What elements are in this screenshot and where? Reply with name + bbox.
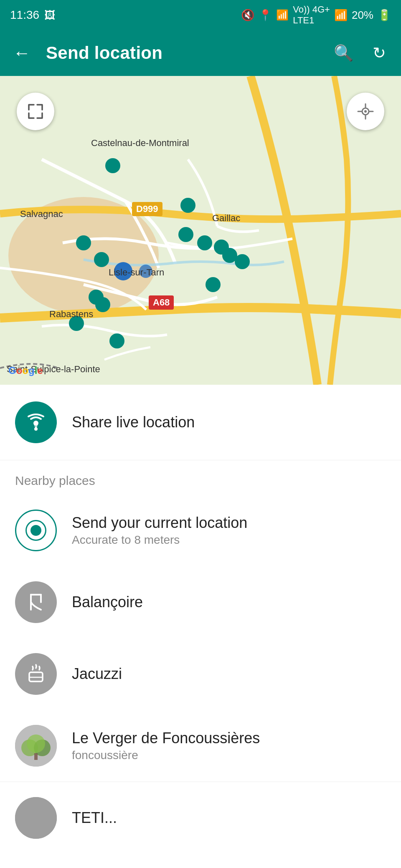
svg-point-34 <box>27 734 45 753</box>
wifi-icon: 📶 <box>276 9 289 21</box>
place-gaillac: Gaillac <box>212 213 240 224</box>
le-verger-item[interactable]: Le Verger de Foncoussières foncoussière <box>0 710 401 782</box>
balancoire-icon <box>15 581 57 623</box>
fullscreen-button[interactable] <box>17 93 54 130</box>
svg-point-10 <box>235 254 250 269</box>
current-location-icon <box>15 510 57 551</box>
teti-text: TETI... <box>72 809 117 827</box>
teti-icon <box>15 797 57 839</box>
jacuzzi-text: Jacuzzi <box>72 665 122 683</box>
google-logo: Google <box>8 365 43 376</box>
svg-rect-35 <box>34 753 38 760</box>
map-container[interactable]: Castelnau-de-Montmiral Salvagnac Gaillac… <box>0 76 401 385</box>
teti-title: TETI... <box>72 809 117 827</box>
le-verger-icon <box>15 725 57 767</box>
time: 11:36 <box>10 8 39 22</box>
location-status-icon: 📍 <box>259 9 272 22</box>
current-location-item[interactable]: Send your current location Accurate to 8… <box>0 495 401 566</box>
le-verger-text: Le Verger de Foncoussières foncoussière <box>72 729 260 762</box>
road-badge-d999: D999 <box>132 202 162 216</box>
le-verger-subtitle: foncoussière <box>72 749 260 762</box>
map-svg <box>0 76 401 385</box>
nearby-section-label: Nearby places <box>0 460 401 495</box>
network-text: Vo)) 4G+LTE1 <box>293 4 330 26</box>
refresh-button[interactable]: ↻ <box>368 41 391 65</box>
svg-point-14 <box>109 333 124 348</box>
jacuzzi-icon <box>15 653 57 695</box>
mute-icon: 🔇 <box>241 9 254 22</box>
back-button[interactable]: ← <box>10 41 33 65</box>
share-live-label: Share live location <box>72 414 195 431</box>
svg-point-2 <box>105 158 120 173</box>
le-verger-title: Le Verger de Foncoussières <box>72 729 260 747</box>
share-live-location-item[interactable]: Share live location <box>0 385 401 460</box>
share-live-icon <box>15 401 57 443</box>
jacuzzi-title: Jacuzzi <box>72 665 122 683</box>
svg-point-6 <box>178 227 193 242</box>
search-button[interactable]: 🔍 <box>332 41 355 65</box>
current-location-text: Send your current location Accurate to 8… <box>72 514 247 547</box>
status-bar: 11:36 🖼 🔇 📍 📶 Vo)) 4G+LTE1 📶 20% 🔋 <box>0 0 401 30</box>
svg-point-15 <box>206 277 221 292</box>
svg-point-12 <box>95 297 110 312</box>
jacuzzi-item[interactable]: Jacuzzi <box>0 638 401 710</box>
svg-point-7 <box>197 235 212 250</box>
place-salvagnac: Salvagnac <box>20 209 63 220</box>
top-app-bar: ← Send location 🔍 ↻ <box>0 30 401 76</box>
balancoire-text: Balançoire <box>72 593 143 611</box>
teti-item[interactable]: TETI... <box>0 782 401 843</box>
gallery-icon: 🖼 <box>44 9 55 22</box>
svg-point-5 <box>94 252 109 267</box>
svg-point-4 <box>76 235 91 250</box>
current-location-title: Send your current location <box>72 514 247 532</box>
page-title: Send location <box>46 43 319 63</box>
svg-point-3 <box>180 198 195 213</box>
place-rabastens: Rabastens <box>49 309 93 320</box>
road-badge-a68: A68 <box>149 295 174 310</box>
current-location-subtitle: Accurate to 8 meters <box>72 533 247 547</box>
my-location-button[interactable] <box>347 93 384 130</box>
status-left: 11:36 🖼 <box>10 8 55 22</box>
svg-point-19 <box>364 110 367 113</box>
status-right: 🔇 📍 📶 Vo)) 4G+LTE1 📶 20% 🔋 <box>241 4 391 26</box>
balancoire-title: Balançoire <box>72 593 143 611</box>
place-lisle: Lisle-sur-Tarn <box>109 267 164 278</box>
svg-rect-36 <box>15 797 57 839</box>
battery-icon: 🔋 <box>378 9 391 22</box>
signal-icon: 📶 <box>334 9 348 22</box>
balancoire-item[interactable]: Balançoire <box>0 566 401 638</box>
battery: 20% <box>352 9 373 22</box>
place-castelnau: Castelnau-de-Montmiral <box>91 138 189 149</box>
svg-point-24 <box>33 421 38 426</box>
